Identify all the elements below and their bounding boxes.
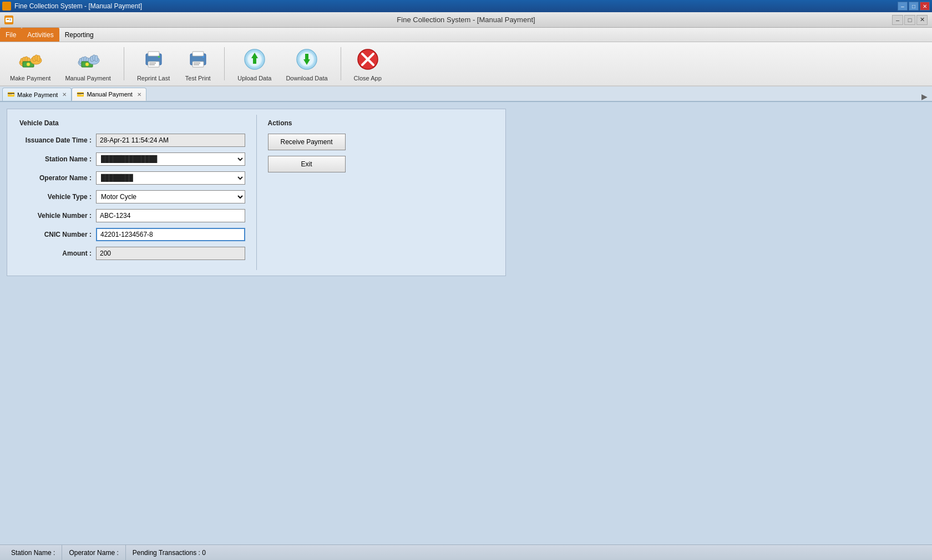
reprint-last-label: Reprint Last [137,75,170,82]
svg-rect-1 [7,19,9,20]
tab-make-payment-icon: 💳 [7,91,15,98]
status-pending-transactions-label: Pending Transactions : 0 [133,549,206,557]
svg-rect-30 [149,64,155,65]
app-title-text: Fine Collection System - [Manual Payment… [397,16,535,24]
download-data-label: Download Data [286,75,327,82]
operator-name-label: Operator Name : [19,174,92,182]
receive-payment-button[interactable]: Receive Payment [268,134,346,150]
svg-rect-14 [37,55,40,62]
toolbar-separator-2 [224,47,225,80]
vehicle-data-title: Vehicle Data [19,119,245,127]
app-window-controls: – □ ✕ [892,15,928,25]
reprint-last-button[interactable]: Reprint Last [133,44,174,84]
app-icon-small [2,2,11,11]
tab-manual-payment-close[interactable]: ✕ [137,91,141,98]
vehicle-number-label: Vehicle Number : [19,212,92,220]
tab-make-payment-label: Make Payment [17,91,58,98]
svg-rect-29 [149,63,156,64]
os-title-text: Fine Collection System - [Manual Payment… [14,2,142,10]
status-operator-name: Operator Name : [62,545,125,560]
vehicle-data-section: Vehicle Data Issuance Date Time : Statio… [13,115,252,270]
vehicle-number-input[interactable] [96,209,245,222]
os-minimize-button[interactable]: – [898,2,908,11]
menu-bar: File Activities Reporting [0,28,932,42]
upload-data-icon [241,46,268,73]
make-payment-icon [17,46,44,73]
svg-point-21 [85,63,89,66]
svg-rect-42 [253,58,256,64]
issuance-date-time-row: Issuance Date Time : [19,134,245,147]
tab-make-payment[interactable]: 💳 Make Payment ✕ [2,88,72,101]
download-data-icon [293,46,320,73]
toolbar-separator-3 [341,47,341,80]
os-window-controls: – □ ✕ [898,2,930,11]
app-icon [4,16,13,24]
make-payment-button[interactable]: Make Payment [6,44,55,84]
vehicle-number-row: Vehicle Number : [19,209,245,222]
amount-input[interactable] [96,247,245,260]
svg-rect-35 [194,63,200,64]
svg-rect-47 [305,54,308,59]
issuance-date-time-input[interactable] [96,134,245,147]
close-app-label: Close App [354,75,382,82]
status-station-name: Station Name : [4,545,62,560]
os-title-bar: Fine Collection System - [Manual Payment… [0,0,932,12]
app-minimize-button[interactable]: – [892,15,903,25]
menu-item-file[interactable]: File [0,28,22,42]
station-name-row: Station Name : ██████████████ [19,152,245,166]
reprint-last-icon [140,46,167,73]
upload-data-button[interactable]: Upload Data [233,44,276,84]
tab-scroll-arrow[interactable]: ▶ [917,92,932,101]
main-panel: Vehicle Data Issuance Date Time : Statio… [7,109,506,276]
actions-title: Actions [268,119,494,127]
manual-payment-label: Manual Payment [65,75,111,82]
amount-label: Amount : [19,250,92,257]
os-restore-button[interactable]: □ [909,2,919,11]
exit-button[interactable]: Exit [268,156,346,172]
menu-item-reporting[interactable]: Reporting [59,28,99,42]
svg-point-10 [27,63,30,66]
svg-rect-3 [9,20,11,21]
menu-item-activities[interactable]: Activities [22,28,59,42]
status-operator-name-label: Operator Name : [69,549,118,557]
svg-rect-36 [194,64,199,65]
test-print-label: Test Print [185,75,211,82]
upload-data-label: Upload Data [237,75,271,82]
vehicle-type-select[interactable]: Motor Cycle Car Bus Truck [96,190,245,203]
manual-payment-icon [75,46,102,73]
vehicle-type-label: Vehicle Type : [19,193,92,201]
download-data-button[interactable]: Download Data [281,44,332,84]
os-close-button[interactable]: ✕ [920,2,930,11]
app-close-button[interactable]: ✕ [916,15,928,25]
test-print-button[interactable]: Test Print [180,44,216,84]
svg-rect-27 [148,52,159,56]
cnic-number-input[interactable] [96,228,245,241]
make-payment-label: Make Payment [10,75,50,82]
tab-manual-payment-icon: 💳 [77,91,84,98]
tab-manual-payment[interactable]: 💳 Manual Payment ✕ [72,88,146,101]
content-area: Vehicle Data Issuance Date Time : Statio… [0,102,932,544]
svg-rect-25 [95,55,98,62]
status-station-name-label: Station Name : [11,549,55,557]
panel-divider [256,115,257,270]
station-name-label: Station Name : [19,155,92,163]
issuance-date-time-label: Issuance Date Time : [19,136,92,144]
close-app-button[interactable]: Close App [350,44,386,84]
app-restore-button[interactable]: □ [904,15,915,25]
cnic-number-row: CNIC Number : [19,228,245,241]
manual-payment-button[interactable]: Manual Payment [60,44,115,84]
tab-make-payment-close[interactable]: ✕ [62,91,67,98]
actions-section: Actions Receive Payment Exit [261,115,500,270]
toolbar-separator-1 [124,47,124,80]
tab-manual-payment-label: Manual Payment [87,91,133,98]
operator-name-select[interactable]: ████████ [96,171,245,185]
toolbar: Make Payment Manual Payment [0,42,932,86]
svg-rect-31 [158,56,160,58]
status-bar: Station Name : Operator Name : Pending T… [0,544,932,560]
cnic-number-label: CNIC Number : [19,231,92,238]
operator-name-row: Operator Name : ████████ [19,171,245,185]
tab-strip: 💳 Make Payment ✕ 💳 Manual Payment ✕ ▶ [0,86,932,102]
test-print-icon [185,46,211,73]
station-name-select[interactable]: ██████████████ [96,152,245,166]
svg-rect-33 [193,52,204,56]
